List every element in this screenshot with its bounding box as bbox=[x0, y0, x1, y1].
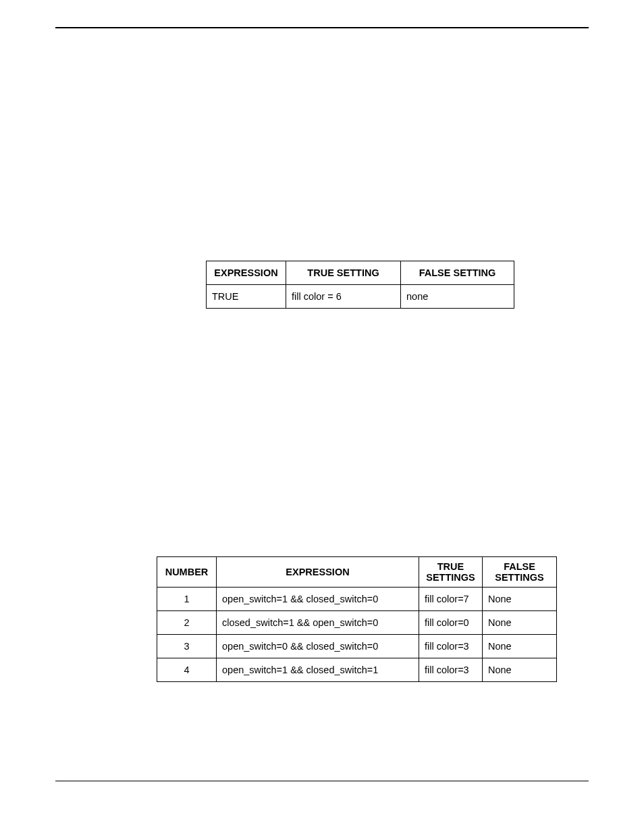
col-header-false-settings: FALSE SETTINGS bbox=[483, 557, 557, 588]
table-row: TRUE fill color = 6 none bbox=[207, 285, 514, 309]
cell-true-settings: fill color=3 bbox=[419, 635, 483, 658]
table-row: 2 closed_switch=1 && open_switch=0 fill … bbox=[157, 611, 557, 635]
table-header-row: EXPRESSION TRUE SETTING FALSE SETTING bbox=[207, 261, 514, 285]
table-row: 4 open_switch=1 && closed_switch=1 fill … bbox=[157, 658, 557, 682]
cell-false-settings: None bbox=[483, 611, 557, 635]
cell-expression: open_switch=0 && closed_switch=0 bbox=[217, 635, 419, 658]
cell-number: 2 bbox=[157, 611, 217, 635]
cell-true-setting: fill color = 6 bbox=[286, 285, 401, 309]
bottom-rule bbox=[55, 781, 589, 781]
cell-true-settings: fill color=3 bbox=[419, 658, 483, 682]
cell-expression: TRUE bbox=[207, 285, 286, 309]
cell-expression: closed_switch=1 && open_switch=0 bbox=[217, 611, 419, 635]
col-header-true-setting: TRUE SETTING bbox=[286, 261, 401, 285]
top-rule bbox=[55, 27, 589, 28]
cell-false-settings: None bbox=[483, 658, 557, 682]
cell-expression: open_switch=1 && closed_switch=1 bbox=[217, 658, 419, 682]
col-header-number: NUMBER bbox=[157, 557, 217, 588]
expression-table-numbered: NUMBER EXPRESSION TRUE SETTINGS FALSE SE… bbox=[157, 556, 557, 682]
col-header-false-setting: FALSE SETTING bbox=[401, 261, 514, 285]
cell-true-settings: fill color=0 bbox=[419, 611, 483, 635]
cell-true-settings: fill color=7 bbox=[419, 588, 483, 611]
table-row: 1 open_switch=1 && closed_switch=0 fill … bbox=[157, 588, 557, 611]
cell-false-settings: None bbox=[483, 635, 557, 658]
expression-table-simple: EXPRESSION TRUE SETTING FALSE SETTING TR… bbox=[206, 261, 514, 309]
cell-false-settings: None bbox=[483, 588, 557, 611]
col-header-true-settings: TRUE SETTINGS bbox=[419, 557, 483, 588]
table-header-row: NUMBER EXPRESSION TRUE SETTINGS FALSE SE… bbox=[157, 557, 557, 588]
cell-number: 3 bbox=[157, 635, 217, 658]
cell-expression: open_switch=1 && closed_switch=0 bbox=[217, 588, 419, 611]
col-header-expression: EXPRESSION bbox=[217, 557, 419, 588]
cell-number: 4 bbox=[157, 658, 217, 682]
col-header-expression: EXPRESSION bbox=[207, 261, 286, 285]
cell-false-setting: none bbox=[401, 285, 514, 309]
cell-number: 1 bbox=[157, 588, 217, 611]
table-row: 3 open_switch=0 && closed_switch=0 fill … bbox=[157, 635, 557, 658]
